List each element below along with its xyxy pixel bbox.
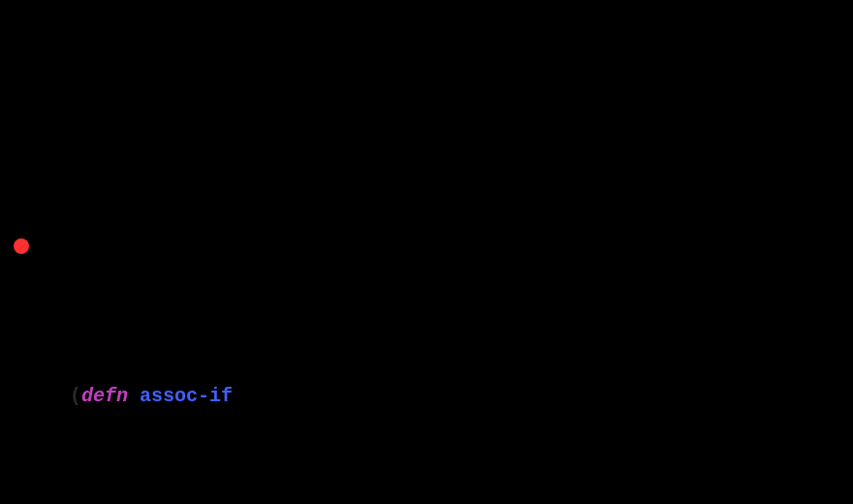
- fn-name: assoc-if: [140, 385, 233, 407]
- paren: (: [70, 385, 81, 407]
- code-content[interactable]: (defn assoc-if [m kvse & kvs] (->> (appl…: [70, 287, 853, 504]
- error-marker-icon[interactable]: [14, 238, 29, 254]
- keyword-defn: defn: [81, 385, 128, 407]
- gutter: [0, 126, 39, 504]
- code-editor[interactable]: (defn assoc-if [m kvse & kvs] (->> (appl…: [0, 126, 853, 504]
- code-line[interactable]: (defn assoc-if: [70, 381, 853, 412]
